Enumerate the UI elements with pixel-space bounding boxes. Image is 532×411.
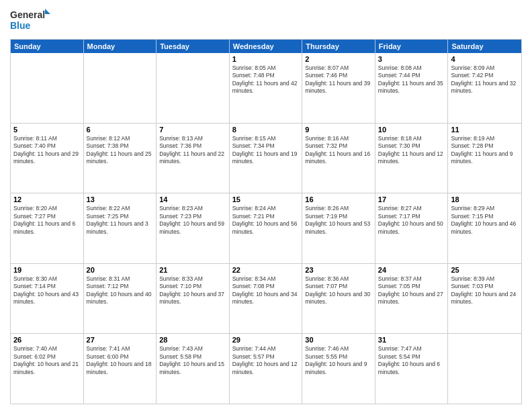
calendar-header-cell: Friday bbox=[375, 40, 449, 53]
day-number: 20 bbox=[87, 266, 154, 274]
calendar-row: 26Sunrise: 7:40 AM Sunset: 6:02 PM Dayli… bbox=[11, 333, 521, 404]
calendar-cell-25: 25Sunrise: 8:39 AM Sunset: 7:03 PM Dayli… bbox=[448, 264, 521, 334]
calendar-cell-2: 2Sunrise: 8:07 AM Sunset: 7:46 PM Daylig… bbox=[302, 53, 375, 123]
calendar-cell-29: 29Sunrise: 7:44 AM Sunset: 5:57 PM Dayli… bbox=[230, 334, 303, 404]
cell-detail: Sunrise: 8:37 AM Sunset: 7:05 PM Dayligh… bbox=[378, 275, 445, 306]
calendar-header-cell: Monday bbox=[84, 40, 157, 53]
cell-detail: Sunrise: 8:39 AM Sunset: 7:03 PM Dayligh… bbox=[451, 275, 519, 306]
cell-detail: Sunrise: 8:16 AM Sunset: 7:32 PM Dayligh… bbox=[305, 135, 372, 166]
day-number: 7 bbox=[159, 126, 226, 134]
calendar-header-row: SundayMondayTuesdayWednesdayThursdayFrid… bbox=[11, 40, 521, 53]
cell-detail: Sunrise: 8:34 AM Sunset: 7:08 PM Dayligh… bbox=[232, 275, 300, 306]
calendar-cell-empty bbox=[11, 53, 84, 123]
day-number: 28 bbox=[159, 336, 226, 344]
day-number: 16 bbox=[305, 195, 372, 203]
day-number: 4 bbox=[451, 55, 519, 63]
calendar-cell-10: 10Sunrise: 8:18 AM Sunset: 7:30 PM Dayli… bbox=[375, 124, 449, 193]
cell-detail: Sunrise: 8:29 AM Sunset: 7:15 PM Dayligh… bbox=[451, 205, 519, 236]
calendar-cell-24: 24Sunrise: 8:37 AM Sunset: 7:05 PM Dayli… bbox=[375, 264, 449, 334]
day-number: 23 bbox=[305, 266, 372, 274]
cell-detail: Sunrise: 8:07 AM Sunset: 7:46 PM Dayligh… bbox=[305, 64, 372, 95]
day-number: 25 bbox=[451, 266, 519, 274]
day-number: 21 bbox=[159, 266, 226, 274]
day-number: 27 bbox=[87, 336, 154, 344]
cell-detail: Sunrise: 8:08 AM Sunset: 7:44 PM Dayligh… bbox=[378, 64, 445, 95]
calendar-cell-empty bbox=[157, 53, 230, 123]
calendar-cell-31: 31Sunrise: 7:47 AM Sunset: 5:54 PM Dayli… bbox=[375, 334, 449, 404]
calendar-row: 1Sunrise: 8:05 AM Sunset: 7:48 PM Daylig… bbox=[11, 53, 521, 123]
day-number: 14 bbox=[159, 195, 226, 203]
calendar-cell-7: 7Sunrise: 8:13 AM Sunset: 7:36 PM Daylig… bbox=[157, 124, 230, 193]
calendar-cell-5: 5Sunrise: 8:11 AM Sunset: 7:40 PM Daylig… bbox=[11, 124, 84, 193]
calendar-cell-13: 13Sunrise: 8:22 AM Sunset: 7:25 PM Dayli… bbox=[84, 193, 157, 263]
cell-detail: Sunrise: 7:41 AM Sunset: 6:00 PM Dayligh… bbox=[87, 345, 154, 376]
cell-detail: Sunrise: 8:31 AM Sunset: 7:12 PM Dayligh… bbox=[87, 275, 154, 306]
calendar-cell-18: 18Sunrise: 8:29 AM Sunset: 7:15 PM Dayli… bbox=[448, 193, 521, 263]
calendar-cell-3: 3Sunrise: 8:08 AM Sunset: 7:44 PM Daylig… bbox=[375, 53, 449, 123]
calendar-cell-1: 1Sunrise: 8:05 AM Sunset: 7:48 PM Daylig… bbox=[230, 53, 303, 123]
cell-detail: Sunrise: 7:43 AM Sunset: 5:58 PM Dayligh… bbox=[159, 345, 226, 376]
cell-detail: Sunrise: 8:12 AM Sunset: 7:38 PM Dayligh… bbox=[87, 135, 154, 166]
day-number: 8 bbox=[232, 126, 300, 134]
calendar-cell-30: 30Sunrise: 7:46 AM Sunset: 5:55 PM Dayli… bbox=[302, 334, 375, 404]
cell-detail: Sunrise: 8:05 AM Sunset: 7:48 PM Dayligh… bbox=[232, 64, 300, 95]
calendar-cell-17: 17Sunrise: 8:27 AM Sunset: 7:17 PM Dayli… bbox=[375, 193, 449, 263]
cell-detail: Sunrise: 8:27 AM Sunset: 7:17 PM Dayligh… bbox=[378, 205, 445, 236]
day-number: 24 bbox=[378, 266, 445, 274]
day-number: 17 bbox=[378, 195, 445, 203]
logo: General Blue bbox=[10, 7, 50, 34]
svg-text:Blue: Blue bbox=[10, 20, 31, 31]
cell-detail: Sunrise: 8:09 AM Sunset: 7:42 PM Dayligh… bbox=[451, 64, 519, 95]
calendar-row: 5Sunrise: 8:11 AM Sunset: 7:40 PM Daylig… bbox=[11, 123, 521, 193]
cell-detail: Sunrise: 8:18 AM Sunset: 7:30 PM Dayligh… bbox=[378, 135, 445, 166]
calendar-header-cell: Wednesday bbox=[230, 40, 303, 53]
cell-detail: Sunrise: 8:30 AM Sunset: 7:14 PM Dayligh… bbox=[13, 275, 81, 306]
calendar-cell-22: 22Sunrise: 8:34 AM Sunset: 7:08 PM Dayli… bbox=[230, 264, 303, 334]
calendar-cell-15: 15Sunrise: 8:24 AM Sunset: 7:21 PM Dayli… bbox=[230, 193, 303, 263]
calendar-cell-21: 21Sunrise: 8:33 AM Sunset: 7:10 PM Dayli… bbox=[157, 264, 230, 334]
page: General Blue SundayMondayTuesdayWednesda… bbox=[0, 0, 532, 411]
cell-detail: Sunrise: 8:36 AM Sunset: 7:07 PM Dayligh… bbox=[305, 275, 372, 306]
day-number: 9 bbox=[305, 126, 372, 134]
calendar-cell-12: 12Sunrise: 8:20 AM Sunset: 7:27 PM Dayli… bbox=[11, 193, 84, 263]
calendar-cell-16: 16Sunrise: 8:26 AM Sunset: 7:19 PM Dayli… bbox=[302, 193, 375, 263]
svg-marker-1 bbox=[45, 9, 50, 14]
cell-detail: Sunrise: 8:13 AM Sunset: 7:36 PM Dayligh… bbox=[159, 135, 226, 166]
svg-text:General: General bbox=[10, 9, 45, 20]
calendar-header-cell: Saturday bbox=[448, 40, 521, 53]
calendar: SundayMondayTuesdayWednesdayThursdayFrid… bbox=[10, 39, 522, 404]
calendar-header-cell: Sunday bbox=[11, 40, 84, 53]
calendar-cell-26: 26Sunrise: 7:40 AM Sunset: 6:02 PM Dayli… bbox=[11, 334, 84, 404]
cell-detail: Sunrise: 7:47 AM Sunset: 5:54 PM Dayligh… bbox=[378, 345, 445, 376]
day-number: 26 bbox=[13, 336, 81, 344]
day-number: 30 bbox=[305, 336, 372, 344]
day-number: 5 bbox=[13, 126, 81, 134]
day-number: 13 bbox=[87, 195, 154, 203]
day-number: 19 bbox=[13, 266, 81, 274]
cell-detail: Sunrise: 7:46 AM Sunset: 5:55 PM Dayligh… bbox=[305, 345, 372, 376]
day-number: 22 bbox=[232, 266, 300, 274]
calendar-cell-23: 23Sunrise: 8:36 AM Sunset: 7:07 PM Dayli… bbox=[302, 264, 375, 334]
day-number: 31 bbox=[378, 336, 445, 344]
calendar-header-cell: Tuesday bbox=[157, 40, 230, 53]
calendar-row: 19Sunrise: 8:30 AM Sunset: 7:14 PM Dayli… bbox=[11, 263, 521, 334]
calendar-cell-28: 28Sunrise: 7:43 AM Sunset: 5:58 PM Dayli… bbox=[157, 334, 230, 404]
cell-detail: Sunrise: 8:15 AM Sunset: 7:34 PM Dayligh… bbox=[232, 135, 300, 166]
logo-svg: General Blue bbox=[10, 7, 50, 34]
calendar-cell-19: 19Sunrise: 8:30 AM Sunset: 7:14 PM Dayli… bbox=[11, 264, 84, 334]
day-number: 1 bbox=[232, 55, 300, 63]
day-number: 6 bbox=[87, 126, 154, 134]
day-number: 10 bbox=[378, 126, 445, 134]
calendar-cell-empty bbox=[448, 334, 521, 404]
calendar-cell-11: 11Sunrise: 8:19 AM Sunset: 7:28 PM Dayli… bbox=[448, 124, 521, 193]
day-number: 3 bbox=[378, 55, 445, 63]
cell-detail: Sunrise: 8:23 AM Sunset: 7:23 PM Dayligh… bbox=[159, 205, 226, 236]
day-number: 11 bbox=[451, 126, 519, 134]
calendar-header-cell: Thursday bbox=[302, 40, 375, 53]
cell-detail: Sunrise: 8:20 AM Sunset: 7:27 PM Dayligh… bbox=[13, 205, 81, 236]
cell-detail: Sunrise: 8:11 AM Sunset: 7:40 PM Dayligh… bbox=[13, 135, 81, 166]
calendar-cell-27: 27Sunrise: 7:41 AM Sunset: 6:00 PM Dayli… bbox=[84, 334, 157, 404]
calendar-cell-empty bbox=[84, 53, 157, 123]
calendar-cell-8: 8Sunrise: 8:15 AM Sunset: 7:34 PM Daylig… bbox=[230, 124, 303, 193]
cell-detail: Sunrise: 7:44 AM Sunset: 5:57 PM Dayligh… bbox=[232, 345, 300, 376]
